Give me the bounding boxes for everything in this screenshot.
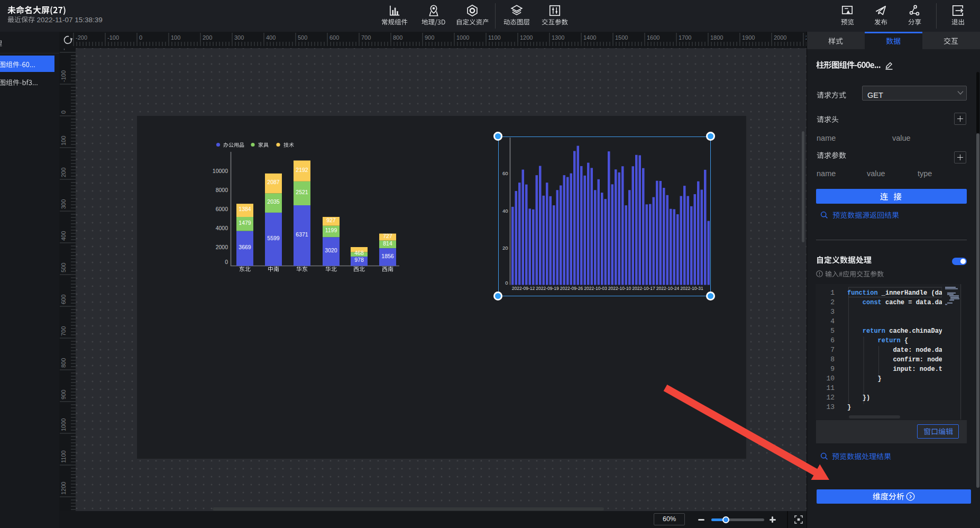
svg-text:1100: 1100: [488, 34, 501, 41]
svg-text:300: 300: [60, 199, 67, 209]
svg-text:727: 727: [383, 233, 392, 239]
svg-text:}: }: [847, 404, 851, 411]
svg-text:400: 400: [60, 231, 67, 241]
svg-text:1479: 1479: [239, 220, 251, 226]
svg-text:800: 800: [393, 34, 402, 41]
svg-text:1700: 1700: [679, 34, 691, 41]
svg-text:100: 100: [171, 34, 180, 41]
svg-text:6371: 6371: [296, 231, 308, 238]
svg-text:1000: 1000: [60, 418, 67, 431]
svg-text:0: 0: [139, 34, 142, 41]
svg-text:200: 200: [60, 168, 67, 177]
svg-text:2000: 2000: [216, 244, 228, 250]
svg-text:600: 600: [60, 295, 67, 304]
svg-text:1100: 1100: [60, 450, 67, 463]
svg-text:6: 6: [830, 336, 835, 344]
svg-text:8000: 8000: [216, 187, 228, 193]
svg-text:1800: 1800: [710, 34, 723, 41]
svg-text:0: 0: [60, 111, 67, 114]
svg-text:4000: 4000: [216, 225, 228, 231]
svg-text:7: 7: [830, 346, 835, 354]
svg-text:return {: return {: [847, 337, 908, 344]
svg-text:5: 5: [830, 327, 835, 335]
svg-text:1500: 1500: [615, 34, 628, 41]
svg-text:900: 900: [425, 34, 434, 41]
svg-text:2521: 2521: [296, 189, 308, 195]
svg-text:12: 12: [826, 394, 835, 402]
svg-text:1600: 1600: [647, 34, 660, 41]
svg-text:1384: 1384: [239, 206, 251, 212]
svg-text:100: 100: [60, 136, 67, 145]
svg-text:5599: 5599: [267, 235, 280, 241]
svg-text:1000: 1000: [456, 34, 469, 41]
svg-text:927: 927: [326, 217, 336, 223]
svg-text:2035: 2035: [267, 198, 280, 205]
svg-text:11: 11: [826, 384, 835, 392]
svg-text:3: 3: [830, 308, 835, 316]
svg-text:3669: 3669: [239, 244, 251, 250]
svg-text:500: 500: [298, 34, 307, 41]
svg-text:return cache.chinaDayList.map: return cache.chinaDayList.map: [847, 327, 942, 335]
svg-text:6000: 6000: [216, 206, 228, 212]
svg-text:-100: -100: [107, 34, 119, 41]
svg-text:0: 0: [225, 259, 228, 265]
svg-text:1856: 1856: [381, 253, 394, 259]
svg-text:const cache = data.data: const cache = data.data: [847, 299, 942, 306]
svg-text:4: 4: [830, 317, 835, 325]
svg-text:1199: 1199: [325, 227, 337, 233]
svg-text:500: 500: [60, 263, 67, 272]
svg-text:3020: 3020: [325, 247, 337, 253]
svg-text:600: 600: [329, 34, 339, 41]
svg-text:2: 2: [830, 298, 835, 306]
svg-text:10: 10: [826, 375, 835, 383]
svg-text:}): }): [847, 394, 870, 402]
svg-text:2192: 2192: [296, 167, 308, 173]
svg-text:468: 468: [354, 250, 364, 256]
svg-text:700: 700: [60, 326, 67, 336]
svg-text:1200: 1200: [520, 34, 533, 41]
svg-text:-200: -200: [60, 48, 67, 50]
svg-text:2000: 2000: [774, 34, 786, 41]
svg-text:2087: 2087: [267, 179, 280, 185]
svg-text:-100: -100: [60, 70, 67, 82]
svg-text:8: 8: [830, 356, 835, 363]
svg-text:1400: 1400: [583, 34, 596, 41]
svg-text:1300: 1300: [552, 34, 564, 41]
svg-text:}: }: [847, 375, 882, 383]
svg-text:300: 300: [234, 34, 244, 41]
svg-text:-200: -200: [76, 34, 87, 41]
svg-text:1: 1: [830, 289, 835, 297]
svg-text:700: 700: [361, 34, 371, 41]
svg-text:200: 200: [203, 34, 212, 41]
svg-text:978: 978: [354, 257, 364, 263]
svg-text:13: 13: [826, 403, 835, 411]
svg-text:900: 900: [60, 390, 67, 399]
svg-text:date: node.dateId,: date: node.dateId,: [847, 347, 942, 354]
svg-text:9: 9: [830, 365, 835, 373]
svg-text:confirm: node.confi: confirm: node.confi: [847, 356, 942, 363]
svg-text:814: 814: [383, 240, 392, 247]
svg-text:function _innerHandle (data) {: function _innerHandle (data) {: [847, 289, 942, 297]
svg-text:800: 800: [60, 358, 67, 368]
svg-text:1200: 1200: [60, 482, 67, 495]
svg-text:400: 400: [266, 34, 276, 41]
svg-text:input: node.totalIn: input: node.totalIn: [847, 366, 942, 373]
svg-text:1900: 1900: [742, 34, 755, 41]
svg-text:10000: 10000: [213, 168, 228, 174]
